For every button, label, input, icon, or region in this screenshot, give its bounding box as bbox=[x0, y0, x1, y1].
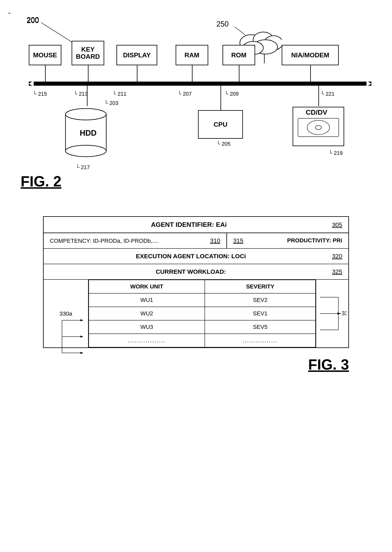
ref-217: └ 217 bbox=[76, 164, 90, 171]
execution-label: EXECUTION AGENT LOCATION: LOCi bbox=[50, 253, 332, 260]
display-box: DISPLAY bbox=[116, 45, 157, 65]
ref-221: └ 221 bbox=[320, 91, 335, 97]
ref-330a-cell: 330a bbox=[43, 279, 88, 348]
svg-text:200: 200 bbox=[27, 16, 39, 24]
cell-wu2: WU2 bbox=[89, 307, 205, 320]
rom-box: ROM bbox=[223, 45, 255, 65]
table-row-wu1: WU1 SEV2 bbox=[89, 293, 316, 307]
ref-315: 315 bbox=[233, 237, 243, 244]
nia-vline bbox=[310, 65, 311, 82]
svg-line-3 bbox=[235, 27, 245, 35]
svg-text:330b: 330b bbox=[342, 310, 347, 316]
cell-wu3: WU3 bbox=[89, 320, 205, 334]
table-row-wu2: WU2 SEV1 bbox=[89, 307, 316, 320]
svg-marker-30 bbox=[337, 313, 341, 314]
ref-305: 305 bbox=[332, 221, 342, 228]
cell-dots-1: ................. bbox=[89, 334, 205, 347]
competency-row: COMPETENCY: ID-PRODa, ID-PRODb,.... 310 … bbox=[43, 233, 349, 249]
table-row-wu3: WU3 SEV5 bbox=[89, 320, 316, 334]
workload-inner-table-cell: WORK UNIT SEVERITY WU1 SEV2 WU bbox=[88, 279, 349, 348]
page: - 200 200 250 MO bbox=[0, 0, 392, 552]
competency-label: COMPETENCY: ID-PRODa, ID-PRODb,.... bbox=[50, 238, 159, 244]
svg-text:250: 250 bbox=[216, 20, 229, 28]
ref-310: 310 bbox=[210, 237, 220, 244]
cpu-vline bbox=[220, 86, 221, 110]
ref-207: └ 207 bbox=[178, 91, 192, 97]
fig2-label: FIG. 2 bbox=[21, 173, 61, 190]
fig3-diagram: AGENT IDENTIFIER: EAi 305 COMPETENCY: ID… bbox=[43, 216, 349, 373]
agent-table: AGENT IDENTIFIER: EAi 305 COMPETENCY: ID… bbox=[43, 216, 349, 348]
svg-point-12 bbox=[65, 145, 106, 157]
execution-location-row: EXECUTION AGENT LOCATION: LOCi 320 bbox=[43, 248, 349, 264]
ref-203: └ 203 bbox=[104, 100, 118, 106]
workload-inner-table: WORK UNIT SEVERITY WU1 SEV2 WU bbox=[89, 280, 316, 347]
mouse-box: MOUSE bbox=[29, 45, 61, 65]
dash: - bbox=[8, 8, 11, 17]
svg-text:HDD: HDD bbox=[80, 129, 97, 137]
agent-identifier-row: AGENT IDENTIFIER: EAi 305 bbox=[43, 217, 349, 233]
workload-label: CURRENT WORKLOAD: bbox=[50, 268, 332, 275]
fig3-label: FIG. 3 bbox=[43, 356, 349, 373]
ref-325: 325 bbox=[332, 268, 342, 275]
ref-219: └ 219 bbox=[329, 150, 343, 156]
ram-vline bbox=[192, 65, 193, 82]
svg-marker-24 bbox=[80, 335, 84, 338]
keyboard-box: KEYBOARD bbox=[72, 41, 104, 65]
ref-330b-area: 330b bbox=[316, 280, 348, 347]
svg-marker-25 bbox=[80, 352, 84, 354]
svg-marker-23 bbox=[80, 319, 84, 321]
col-severity: SEVERITY bbox=[205, 280, 315, 293]
cdrom-box: CD/DV bbox=[292, 106, 345, 147]
cdrom-vline bbox=[318, 86, 319, 106]
ref-330b-arrows: 330b bbox=[318, 285, 347, 342]
agent-identifier-label: AGENT IDENTIFIER: EAi bbox=[50, 221, 328, 229]
cpu-box: CPU bbox=[198, 110, 243, 139]
workload-detail-row: 330a bbox=[43, 279, 349, 348]
fig2-diagram: 200 200 250 MOUSE bbox=[16, 12, 376, 196]
col-work-unit: WORK UNIT bbox=[89, 280, 205, 293]
productivity-label: PRODUCTIVITY: PRi bbox=[287, 237, 342, 244]
ref-209: └ 209 bbox=[224, 91, 239, 97]
hdd-cylinder: HDD bbox=[61, 106, 112, 163]
table-row-dots: ................. ................ bbox=[89, 334, 316, 347]
cell-sev5: SEV5 bbox=[205, 320, 315, 334]
nia-modem-box: NIA/MODEM bbox=[282, 45, 339, 65]
svg-point-11 bbox=[65, 109, 106, 120]
ref-330a-arrows bbox=[60, 308, 84, 365]
cell-wu1: WU1 bbox=[89, 293, 205, 307]
svg-text:CD/DV: CD/DV bbox=[306, 108, 327, 116]
inner-table-header: WORK UNIT SEVERITY bbox=[89, 280, 316, 293]
keyboard-vline bbox=[88, 65, 89, 82]
workload-header-row: CURRENT WORKLOAD: 325 bbox=[43, 264, 349, 279]
hdd-vline bbox=[87, 86, 87, 106]
ref-215: └ 215 bbox=[33, 91, 47, 97]
ref-320: 320 bbox=[332, 253, 342, 260]
mouse-vline bbox=[45, 65, 46, 82]
rom-vline bbox=[239, 65, 239, 82]
ref-213: └ 213 bbox=[74, 91, 88, 97]
cell-sev2: SEV2 bbox=[205, 293, 315, 307]
ref-205: └ 205 bbox=[216, 141, 231, 147]
bus-line bbox=[29, 82, 371, 86]
cell-sev1: SEV1 bbox=[205, 307, 315, 320]
display-vline bbox=[137, 65, 137, 82]
cell-dots-2: ................ bbox=[205, 334, 315, 347]
ref-211: └ 211 bbox=[112, 91, 126, 97]
svg-point-17 bbox=[315, 126, 322, 130]
ram-box: RAM bbox=[176, 45, 208, 65]
